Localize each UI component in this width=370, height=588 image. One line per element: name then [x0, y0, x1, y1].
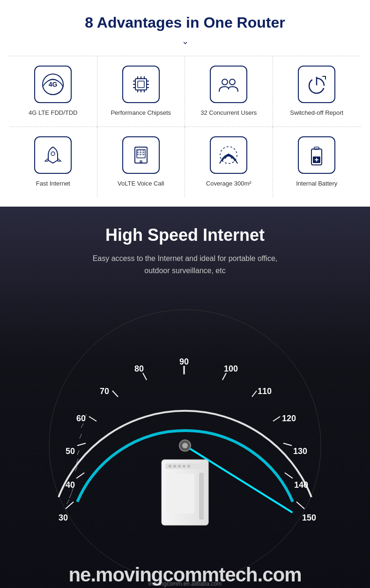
svg-text:100: 100 [224, 364, 238, 373]
advantage-item-users: 32 Concurrent Users [185, 56, 273, 127]
users-icon-box [210, 66, 247, 103]
chip-icon-box [122, 66, 160, 103]
svg-point-33 [140, 161, 142, 163]
svg-text:30: 30 [59, 513, 68, 522]
svg-line-46 [77, 443, 86, 446]
svg-text:150: 150 [302, 513, 316, 522]
advantage-label-volte: VoLTE Voice Call [118, 179, 164, 188]
svg-point-18 [229, 79, 235, 85]
speedometer: 30 40 50 60 70 80 90 100 110 [21, 291, 349, 572]
wifi-icon-box [210, 136, 247, 174]
advantage-item-4g: 4G 4G LTE FDD/TDD [9, 56, 97, 127]
advantage-item-chipset: Performance Chipsets [97, 56, 185, 127]
chevron-down-icon: ⌄ [9, 36, 361, 46]
advantage-label-fast: Fast Internet [36, 179, 70, 188]
svg-line-74 [80, 434, 81, 439]
svg-line-56 [222, 373, 226, 380]
4g-icon: 4G [41, 73, 65, 96]
svg-text:90: 90 [179, 357, 189, 366]
speed-section: High Speed Internet Easy access to the I… [0, 207, 370, 588]
svg-point-21 [51, 152, 55, 156]
advantage-item-volte: VoLTE Voice Call [97, 127, 185, 197]
speed-title: High Speed Internet [105, 225, 265, 245]
svg-point-83 [173, 465, 176, 468]
svg-text:50: 50 [66, 447, 75, 456]
power-icon-box [298, 66, 335, 103]
svg-text:4G: 4G [49, 81, 58, 88]
advantages-section: 8 Advantages in One Router ⌄ 4G 4G LTE F… [0, 0, 370, 207]
svg-point-85 [183, 465, 185, 468]
svg-line-64 [285, 473, 293, 478]
advantage-item-switchedoff: Switched-off Report [273, 56, 361, 127]
svg-text:110: 110 [258, 387, 272, 396]
battery-icon-box [298, 136, 335, 174]
svg-text:120: 120 [282, 414, 296, 423]
svg-text:70: 70 [100, 387, 109, 396]
advantage-label-users: 32 Concurrent Users [200, 109, 257, 117]
svg-text:80: 80 [134, 364, 144, 373]
watermark-small: movingcomm.en.alibaba.com [148, 581, 222, 587]
4g-icon-box: 4G [34, 66, 72, 103]
advantage-item-fast: Fast Internet [9, 127, 97, 197]
svg-line-50 [112, 391, 118, 397]
svg-line-73 [77, 450, 79, 455]
svg-rect-4 [138, 81, 144, 88]
wifi-icon [217, 143, 240, 167]
advantages-title: 8 Advantages in One Router [9, 14, 361, 31]
svg-line-52 [143, 373, 147, 380]
rocket-icon-box [34, 136, 72, 174]
advantage-label-switchedoff: Switched-off Report [290, 109, 343, 117]
rocket-icon [41, 143, 65, 167]
svg-point-82 [169, 465, 171, 468]
svg-line-58 [252, 391, 257, 397]
speed-subtitle-line2: outdoor surveillance, etc [144, 267, 225, 275]
svg-rect-88 [166, 474, 194, 514]
svg-line-60 [273, 417, 280, 421]
advantage-label-coverage: Coverage 300m² [206, 179, 252, 188]
svg-text:40: 40 [66, 480, 75, 490]
speed-subtitle: Easy access to the Internet and ideal fo… [93, 253, 278, 276]
svg-rect-37 [314, 147, 319, 149]
svg-line-68 [67, 499, 69, 504]
chip-icon [129, 73, 153, 96]
battery-icon [305, 143, 328, 167]
users-icon [217, 73, 240, 96]
svg-text:130: 130 [293, 447, 307, 456]
advantages-grid: 4G 4G LTE FDD/TDD [9, 56, 361, 197]
advantage-item-coverage: Coverage 300m² [185, 127, 273, 197]
svg-line-44 [76, 473, 84, 478]
power-icon [305, 73, 328, 96]
svg-line-66 [296, 502, 304, 509]
phone-icon-box [122, 136, 160, 174]
svg-point-86 [187, 465, 190, 468]
svg-line-42 [66, 502, 74, 509]
svg-point-17 [222, 79, 228, 85]
svg-point-79 [182, 443, 188, 448]
svg-line-75 [81, 424, 83, 428]
svg-line-62 [283, 443, 292, 446]
speedometer-svg: 30 40 50 60 70 80 90 100 110 [21, 291, 349, 572]
svg-rect-3 [135, 79, 147, 90]
advantage-item-battery: Internal Battery [273, 127, 361, 197]
advantage-label-chipset: Performance Chipsets [111, 109, 171, 117]
phone-icon [129, 143, 153, 167]
advantage-label-battery: Internal Battery [296, 179, 337, 188]
svg-line-69 [69, 493, 72, 498]
svg-line-48 [89, 417, 96, 421]
svg-text:140: 140 [294, 480, 308, 490]
svg-point-84 [178, 465, 181, 468]
speed-subtitle-line1: Easy access to the Internet and ideal fo… [93, 254, 278, 262]
advantage-label-4g: 4G LTE FDD/TDD [29, 109, 78, 117]
svg-rect-87 [199, 473, 204, 520]
